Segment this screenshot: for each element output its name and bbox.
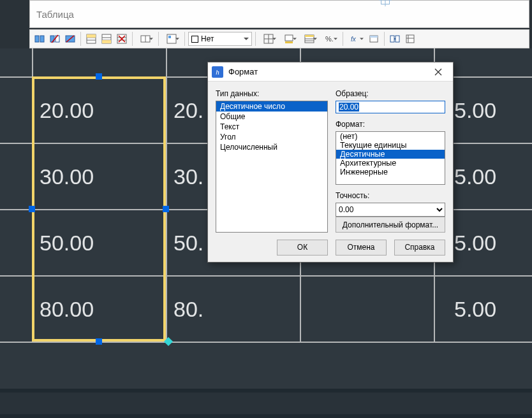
format-item[interactable]: (нет) (336, 132, 445, 141)
data-type-item[interactable]: Целочисленный (216, 142, 327, 152)
dialog-title: Формат (228, 67, 422, 76)
svg-rect-30 (305, 35, 314, 37)
format-label: Формат: (336, 120, 445, 129)
format-listbox[interactable]: (нет)Текущие единицыДесятичныеАрхитектур… (336, 131, 445, 185)
precision-select[interactable]: 0.00 (336, 203, 445, 217)
table-cell[interactable]: 80. (174, 297, 203, 322)
svg-text:fx: fx (351, 36, 357, 43)
svg-text:%.: %. (325, 35, 334, 43)
data-type-item[interactable]: Текст (216, 122, 327, 132)
toolbar-separator (255, 32, 256, 46)
table-cell[interactable]: 80.00 (40, 297, 94, 322)
sample-field[interactable]: 20.00 (336, 101, 445, 113)
svg-rect-0 (35, 36, 39, 42)
svg-rect-2 (50, 36, 54, 42)
cell-align-dropdown[interactable] (162, 32, 181, 46)
svg-rect-38 (395, 36, 399, 42)
unlink-cell-button[interactable] (48, 32, 62, 46)
insert-field-button[interactable] (367, 32, 381, 46)
data-type-item[interactable]: Десятичное число (216, 101, 327, 112)
data-type-item[interactable]: Угол (216, 132, 327, 142)
insert-row-above-button[interactable] (84, 32, 98, 46)
delete-row-button[interactable] (115, 32, 129, 46)
toolbar-separator (384, 32, 385, 46)
table-cell[interactable]: 50. (174, 231, 203, 256)
svg-rect-10 (87, 34, 96, 38)
final-button[interactable] (403, 32, 417, 46)
table-cell[interactable]: 50.00 (40, 231, 94, 256)
formula-bar[interactable]: Таблица (29, 0, 529, 28)
toolbar-separator (80, 32, 81, 46)
svg-rect-37 (390, 36, 394, 42)
link-table-button[interactable] (388, 32, 402, 46)
precision-label: Точность: (336, 191, 445, 200)
percent-format-dropdown[interactable]: %. (320, 32, 339, 46)
close-icon (434, 68, 442, 76)
svg-rect-27 (285, 35, 293, 41)
svg-rect-28 (285, 41, 293, 43)
toolbar-separator (158, 32, 159, 46)
svg-rect-23 (168, 36, 171, 38)
svg-rect-36 (370, 36, 378, 38)
table-toolbar: Нет %. fx (29, 29, 529, 48)
data-type-item[interactable]: Общие (216, 112, 327, 122)
table-cell[interactable]: 5.00 (454, 231, 496, 256)
svg-rect-14 (102, 40, 111, 43)
gridline-v (32, 48, 33, 342)
svg-rect-3 (55, 36, 59, 42)
insert-row-below-button[interactable] (100, 32, 114, 46)
break-link-button[interactable] (63, 32, 77, 46)
cancel-button[interactable]: Отмена (336, 240, 387, 256)
table-cell[interactable]: 30. (174, 164, 203, 189)
table-cell[interactable]: 5.00 (454, 164, 496, 189)
data-type-label: Тип данных: (216, 89, 328, 98)
app-icon: h (212, 66, 223, 78)
merge-cells-dropdown[interactable] (136, 32, 155, 46)
additional-format-button[interactable]: Дополнительный формат... (336, 217, 445, 233)
table-cell[interactable]: 30.00 (40, 164, 94, 189)
table-cell[interactable]: 5.00 (454, 98, 496, 123)
table-cell[interactable]: 20. (174, 98, 203, 123)
link-cell-button[interactable] (33, 32, 47, 46)
help-button[interactable]: Справка (394, 240, 445, 256)
format-item[interactable]: Десятичные (336, 150, 445, 159)
format-item[interactable]: Текущие единицы (336, 141, 445, 150)
table-style-dropdown[interactable] (300, 32, 319, 46)
toolbar-separator (132, 32, 133, 46)
formula-bar-text: Таблица (36, 9, 74, 20)
ok-button[interactable]: ОК (277, 240, 328, 256)
dialog-titlebar[interactable]: h Формат (208, 62, 453, 82)
status-strip (0, 389, 532, 418)
cell-style-select[interactable]: Нет (188, 32, 252, 46)
formula-dropdown[interactable]: fx (346, 32, 366, 46)
table-cell[interactable]: 5.00 (454, 297, 496, 322)
style-swatch-icon (191, 36, 198, 43)
svg-rect-1 (40, 36, 44, 42)
sample-value: 20.00 (339, 103, 359, 112)
format-dialog: h Формат Тип данных: Десятичное числоОбщ… (207, 62, 454, 263)
gridline-v (166, 48, 167, 342)
table-cell[interactable]: 20.00 (40, 98, 94, 123)
close-button[interactable] (427, 63, 449, 81)
gridline-h (0, 275, 532, 277)
borders-dropdown[interactable] (259, 32, 278, 46)
format-item[interactable]: Инженерные (336, 168, 445, 177)
sample-label: Образец: (336, 89, 445, 98)
toolbar-separator (184, 32, 185, 46)
crosshair-icon (381, 0, 390, 4)
cell-style-label: Нет (201, 34, 214, 43)
format-item[interactable]: Архитектурные (336, 159, 445, 168)
fill-color-dropdown[interactable] (279, 32, 299, 46)
gridline-h (0, 342, 532, 343)
toolbar-separator (343, 32, 343, 46)
data-type-listbox[interactable]: Десятичное числоОбщиеТекстУголЦелочислен… (216, 101, 328, 233)
svg-rect-40 (406, 35, 414, 43)
